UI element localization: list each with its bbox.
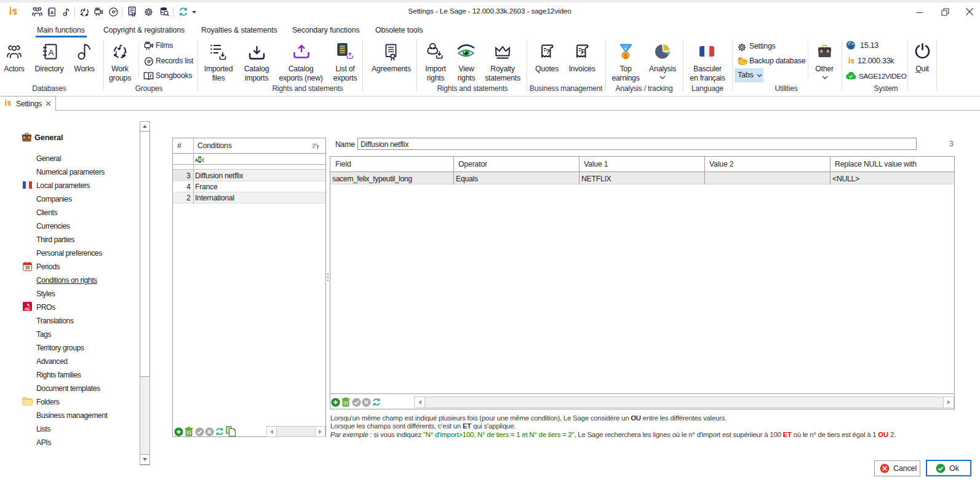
- svg-text:F: F: [581, 48, 585, 55]
- svg-text:1: 1: [624, 52, 627, 59]
- svg-text:B: B: [198, 157, 201, 162]
- svg-text:A: A: [50, 10, 54, 15]
- svg-text:25: 25: [25, 266, 30, 270]
- svg-text:?: ?: [546, 48, 550, 55]
- svg-text:CISAC: CISAC: [24, 309, 31, 311]
- svg-text:A: A: [48, 48, 54, 57]
- svg-text:C: C: [202, 158, 204, 162]
